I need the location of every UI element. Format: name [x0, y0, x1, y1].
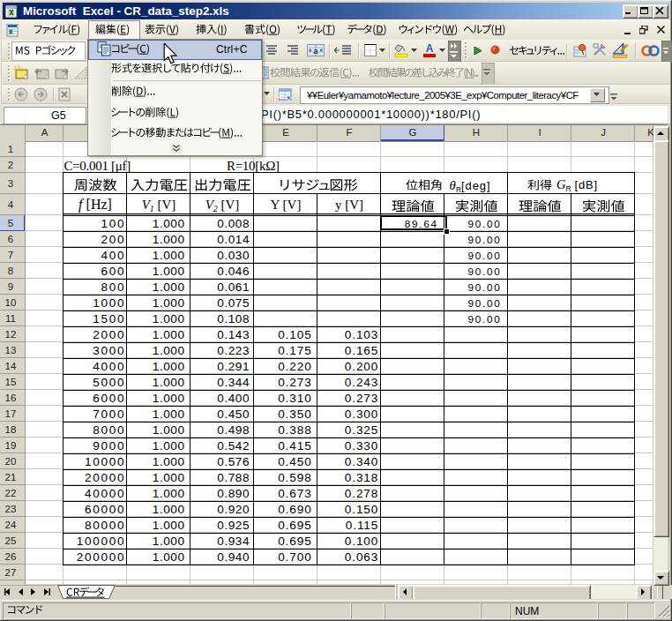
- svg-text:a: a: [313, 47, 317, 56]
- svg-text:A: A: [426, 43, 434, 55]
